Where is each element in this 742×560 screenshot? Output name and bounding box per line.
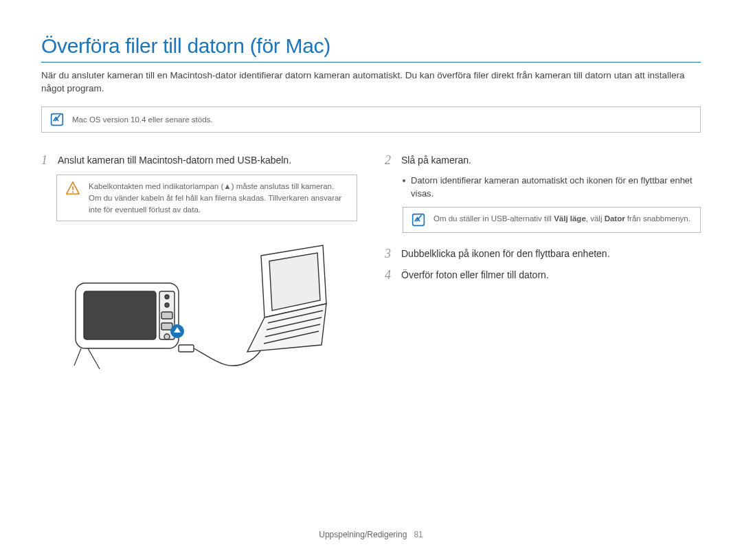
step-number: 3: [385, 247, 394, 262]
footer-section-label: Uppspelning/Redigering: [319, 530, 407, 539]
step-text: Dubbelklicka på ikonen för den flyttbara…: [401, 247, 610, 262]
step-number: 2: [385, 153, 394, 168]
bullet-text: Datorn identifierar kameran automatiskt …: [411, 175, 701, 199]
right-column: 2 Slå på kameran. Datorn identifierar ka…: [385, 153, 701, 380]
left-column: 1 Anslut kameran till Macintosh-datorn m…: [41, 153, 357, 380]
two-column-layout: 1 Anslut kameran till Macintosh-datorn m…: [41, 153, 701, 380]
note-bold-2: Dator: [605, 214, 625, 223]
step-3: 3 Dubbelklicka på ikonen för den flyttba…: [385, 247, 701, 262]
note-fragment: , välj: [586, 214, 605, 223]
svg-rect-8: [161, 312, 172, 319]
note-fragment: från snabbmenyn.: [625, 214, 690, 223]
step-1: 1 Anslut kameran till Macintosh-datorn m…: [41, 153, 357, 168]
svg-point-6: [165, 295, 169, 299]
note-fragment: Om du ställer in USB-alternativ till: [434, 214, 554, 223]
step-number: 1: [41, 153, 51, 168]
step-number: 4: [385, 268, 394, 283]
bullet-dot-icon: [403, 179, 405, 182]
warning-text: Kabelkontakten med indikatorlampan (▲) m…: [89, 181, 348, 215]
note-bold-1: Välj läge: [554, 214, 586, 223]
step-text: Slå på kameran.: [401, 153, 471, 168]
illustration-camera-laptop: [41, 242, 357, 379]
page-title: Överföra filer till datorn (för Mac): [41, 34, 701, 63]
svg-rect-12: [179, 345, 194, 352]
note-icon: [412, 213, 425, 227]
svg-point-2: [72, 192, 74, 193]
warning-box: Kabelkontakten med indikatorlampan (▲) m…: [56, 175, 357, 221]
bullet-item: Datorn identifierar kameran automatiskt …: [403, 175, 701, 199]
note-text-top: Mac OS version 10.4 eller senare stöds.: [72, 115, 213, 124]
usb-connection-illustration: [69, 242, 330, 379]
footer-page-number: 81: [414, 530, 423, 539]
svg-point-10: [164, 334, 170, 339]
note-icon: [50, 113, 64, 126]
intro-paragraph: När du ansluter kameran till en Macintos…: [41, 69, 701, 96]
svg-point-7: [165, 303, 169, 307]
document-page: Överföra filer till datorn (för Mac) När…: [0, 0, 742, 560]
note-text-usb: Om du ställer in USB-alternativ till Väl…: [434, 213, 690, 227]
page-footer: Uppspelning/Redigering 81: [0, 530, 742, 539]
note-box-top: Mac OS version 10.4 eller senare stöds.: [41, 107, 701, 133]
step-text: Anslut kameran till Macintosh-datorn med…: [58, 153, 291, 168]
svg-rect-4: [84, 291, 156, 339]
step-text: Överför foton eller filmer till datorn.: [401, 268, 549, 283]
step-4: 4 Överför foton eller filmer till datorn…: [385, 268, 701, 283]
svg-rect-9: [161, 323, 172, 330]
step-2: 2 Slå på kameran.: [385, 153, 701, 168]
warning-icon: [65, 181, 80, 196]
note-box-usb: Om du ställer in USB-alternativ till Väl…: [403, 207, 701, 233]
